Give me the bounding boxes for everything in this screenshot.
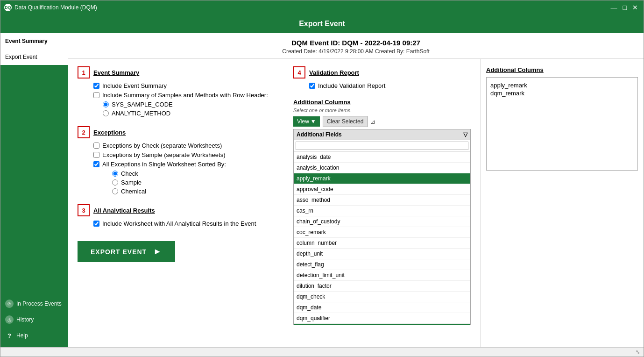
section-2-num: 2 (78, 126, 90, 138)
section2-radio3-label: Chemical (121, 188, 146, 195)
header-bar: Export Event (0, 14, 644, 33)
sidebar-bottom: ⟳ In Process Events ◷ History ? Help (0, 296, 68, 347)
field-item-asso-method[interactable]: asso_method (294, 195, 470, 206)
fields-filter-icon: ▽ (463, 131, 467, 138)
export-button[interactable]: EXPORT EVENT ► (78, 241, 175, 262)
section-4-title: Validation Report (309, 69, 359, 76)
maximize-button[interactable]: □ (621, 4, 629, 11)
field-item-analysis-date[interactable]: analysis_date (294, 152, 470, 163)
section1-cb1[interactable] (93, 83, 99, 89)
field-item-dqm-check[interactable]: dqm_check (294, 292, 470, 302)
titlebar-controls: — □ ✕ (609, 4, 640, 11)
in-process-icon: ⟳ (5, 300, 14, 308)
titlebar: DQ Data Qualification Module (DQM) — □ ✕ (0, 0, 644, 14)
section1-cb2[interactable] (93, 92, 99, 98)
fields-header-label: Additional Fields (297, 131, 342, 138)
section1-radio2[interactable] (103, 110, 109, 116)
close-button[interactable]: ✕ (630, 4, 640, 11)
fields-filter-input[interactable] (296, 142, 468, 150)
fields-list[interactable]: Additional Fields ▽ ▼ analysis_date anal… (293, 129, 471, 325)
section2-radio1-row: Check (93, 170, 279, 177)
clear-selected-button[interactable]: Clear Selected (323, 116, 368, 127)
view-btn-label: View (297, 118, 309, 125)
section-3-header: 3 All Analytical Results (78, 204, 279, 216)
section1-radio2-label: ANALYTIC_METHOD (112, 110, 170, 117)
sidebar-item-in-process-events[interactable]: ⟳ In Process Events (0, 296, 68, 312)
sidebar-item-help[interactable]: ? Help (0, 328, 68, 343)
sidebar-item-event-summary[interactable]: Event Summary (0, 33, 68, 49)
right-col-item-1: apply_remark (490, 81, 634, 89)
export-btn-arrow: ► (153, 247, 162, 257)
field-item-chain-of-custody[interactable]: chain_of_custody (294, 216, 470, 227)
field-item-cas-rn[interactable]: cas_rn (294, 206, 470, 216)
section-1-header: 1 Event Summary (78, 66, 279, 79)
section2-cb3[interactable] (93, 161, 99, 167)
field-item-dqm-date[interactable]: dqm_date (294, 302, 470, 313)
section-4-num: 4 (293, 66, 305, 79)
event-id-title: DQM Event ID: DQM - 2022-04-19 09:27 (78, 39, 634, 47)
add-col-left-title: Additional Columns (293, 99, 471, 106)
section1-cb1-row: Include Event Summary (93, 82, 279, 89)
app-title: Data Qualification Module (DQM) (14, 4, 97, 11)
section-1: 1 Event Summary Include Event Summary (78, 66, 279, 117)
sidebar-label-history: History (16, 316, 34, 323)
two-col-layout: 1 Event Summary Include Event Summary (78, 66, 471, 325)
right-col: 4 Validation Report Include Validation R… (293, 66, 471, 325)
section1-radio1-row: SYS_SAMPLE_CODE (93, 101, 279, 108)
section-1-content: Include Event Summary Include Summary of… (78, 82, 279, 117)
section3-cb1-row: Include Worksheet with All Analytical Re… (93, 220, 279, 227)
section-2-title: Exceptions (93, 129, 126, 136)
section4-cb1[interactable] (309, 83, 315, 89)
right-panel: Additional Columns apply_remark dqm_rema… (480, 59, 644, 347)
section2-radio2-row: Sample (93, 179, 279, 186)
section1-cb2-row: Include Summary of Samples and Methods w… (93, 92, 279, 99)
section-3: 3 All Analytical Results Include Workshe… (78, 204, 279, 227)
field-item-coc-remark[interactable]: coc_remark (294, 227, 470, 238)
section2-radio1[interactable] (112, 171, 118, 177)
section2-radio3-row: Chemical (93, 188, 279, 195)
section2-cb1[interactable] (93, 143, 99, 149)
sidebar-item-export-event[interactable]: Export Event (0, 49, 68, 65)
field-item-analysis-location[interactable]: analysis_location (294, 163, 470, 173)
field-item-column-number[interactable]: column_number (294, 238, 470, 249)
app-icon: DQ (4, 4, 12, 11)
section-2-content: Exceptions by Check (separate Worksheets… (78, 142, 279, 195)
section2-radio2[interactable] (112, 179, 118, 186)
filter-icon: ⊿ (370, 118, 375, 125)
field-item-dilution-factor[interactable]: dilution_factor (294, 281, 470, 292)
sidebar-label-event-summary: Event Summary (5, 38, 48, 44)
field-item-depth-unit[interactable]: depth_unit (294, 249, 470, 259)
status-resize-icon: ⤡ (636, 349, 640, 355)
field-item-apply-remark[interactable]: apply_remark (294, 173, 470, 184)
sidebar-item-history[interactable]: ◷ History (0, 312, 68, 328)
right-add-col-list: apply_remark dqm_remark (486, 77, 638, 171)
minimize-button[interactable]: — (609, 4, 619, 11)
btn-row: View ▼ Clear Selected ⊿ (293, 116, 471, 127)
event-id-bar: DQM Event ID: DQM - 2022-04-19 09:27 Cre… (68, 33, 644, 59)
section-4: 4 Validation Report Include Validation R… (293, 66, 471, 89)
section-3-content: Include Worksheet with All Analytical Re… (78, 220, 279, 227)
left-panel: 1 Event Summary Include Event Summary (68, 59, 480, 347)
field-item-dqm-qualifier[interactable]: dqm_qualifier (294, 313, 470, 324)
section1-radio2-row: ANALYTIC_METHOD (93, 110, 279, 117)
section1-radio1[interactable] (103, 101, 109, 107)
section2-cb2-row: Exceptions by Sample (separate Worksheet… (93, 151, 279, 158)
field-item-detection-limit-unit[interactable]: detection_limit_unit (294, 270, 470, 281)
view-button[interactable]: View ▼ (293, 116, 320, 127)
sidebar-label-help: Help (16, 332, 28, 339)
section1-cb1-label: Include Event Summary (102, 82, 167, 89)
section2-cb1-label: Exceptions by Check (separate Worksheets… (102, 142, 222, 149)
main-layout: Event Summary Export Event ⟳ In Process … (0, 33, 644, 347)
right-add-col-title: Additional Columns (486, 66, 638, 73)
section3-cb1[interactable] (93, 221, 99, 227)
section2-cb3-row: All Exceptions in Single Worksheet Sorte… (93, 161, 279, 168)
field-item-approval-code[interactable]: approval_code (294, 184, 470, 195)
field-item-detect-flag[interactable]: detect_flag (294, 259, 470, 270)
fields-filter-row: ▼ (294, 140, 470, 152)
sidebar-label-export-event: Export Event (5, 54, 37, 60)
section2-cb2[interactable] (93, 152, 99, 158)
section-3-title: All Analytical Results (93, 207, 155, 214)
section2-radio3[interactable] (112, 188, 118, 194)
field-item-dqm-remark[interactable]: dqm_remark (294, 324, 470, 325)
header-title: Export Event (299, 20, 345, 28)
